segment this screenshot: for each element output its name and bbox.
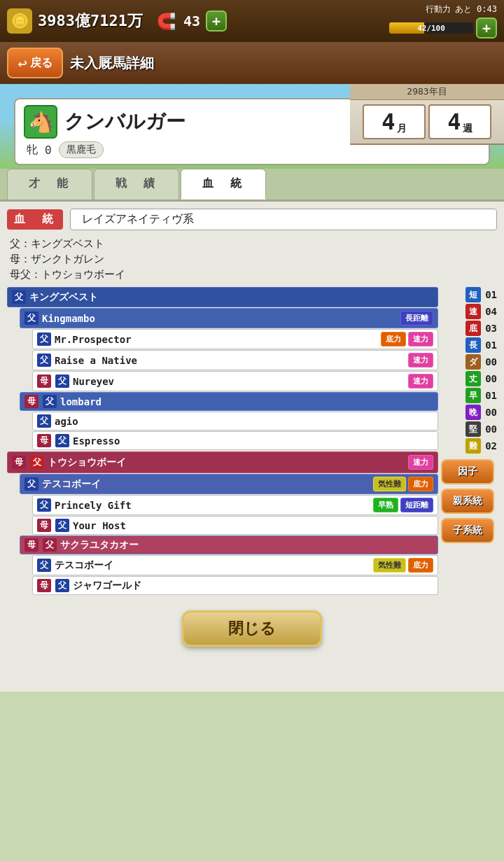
l2-mother-row: 母 父 lombard bbox=[20, 392, 438, 411]
l3-ff2-name: Raise a Native bbox=[55, 355, 406, 366]
action-timer: あと 0:43 bbox=[455, 4, 497, 15]
stat-row-difficult: 難 02 bbox=[441, 438, 497, 454]
parents-info: 父：キングズベスト 母：ザンクトガレン 母父：トウショウボーイ bbox=[7, 237, 497, 281]
l3-m2ff-tag1: 早熟 bbox=[373, 498, 398, 512]
l3-ff-row: 父 Mr.Prospector 底力 速力 bbox=[32, 329, 438, 349]
l1-mother-row: 母 父 トウショウボーイ 速力 bbox=[7, 451, 438, 473]
factor-button[interactable]: 因子 bbox=[441, 459, 494, 484]
father-section: 父 キングズベスト 父 Kingmambo 長距離 父 Mr.Prospecto… bbox=[7, 287, 438, 450]
l2-mother-name: lombard bbox=[60, 396, 433, 407]
main-content: 血 統 レイズアネイティヴ系 父：キングズベスト 母：ザンクトガレン 母父：トウ… bbox=[0, 202, 504, 692]
tabs-row: 才 能 戦 績 血 統 bbox=[0, 169, 504, 200]
stat-val-tan: 01 bbox=[483, 289, 497, 300]
money-display: 3983億7121万 bbox=[38, 10, 143, 31]
mother-father-line: 母父：トウショウボーイ bbox=[10, 268, 497, 281]
horse-gender: 牝 bbox=[27, 143, 38, 158]
l3-m2ff-name: Princely Gift bbox=[55, 500, 371, 511]
horse-icon-symbol: 🐴 bbox=[29, 111, 53, 134]
l3-mf-name: agio bbox=[55, 416, 433, 427]
l2-m2m-name: サクラユタカオー bbox=[60, 539, 433, 552]
action-section: 行動力 あと 0:43 42/100 + bbox=[389, 4, 497, 38]
stat-row-tough: 丈 00 bbox=[441, 371, 497, 386]
stat-val-speed: 04 bbox=[483, 306, 497, 317]
l3-m2fm-gen1: 母 bbox=[37, 519, 51, 532]
pedigree-stats: 短 01 速 04 底 03 長 01 ダ 00 丈 00 bbox=[441, 287, 497, 596]
close-section: 閉じる bbox=[7, 596, 497, 654]
l2-m2f-tag2: 底力 bbox=[408, 477, 433, 491]
l3-mm-name: Espresso bbox=[73, 435, 433, 447]
stat-val-tough: 00 bbox=[483, 373, 497, 384]
l1-mother-gen1: 母 bbox=[12, 456, 26, 469]
stat-label-long: 長 bbox=[465, 337, 481, 353]
l3-mm-row: 母 父 Espresso bbox=[32, 431, 438, 450]
coin-icon: 🪙 bbox=[7, 8, 32, 34]
back-button[interactable]: ↩ 戻る bbox=[7, 48, 63, 78]
l2-m2m-gen1: 母 bbox=[24, 538, 38, 552]
l2-mother-gen2: 父 bbox=[43, 395, 57, 408]
l2-father-name: Kingmambo bbox=[42, 313, 398, 324]
l3-m2fm-row: 母 父 Your Host bbox=[32, 516, 438, 535]
factor-buttons: 因子 親系統 子系統 bbox=[441, 459, 497, 543]
action-plus-button[interactable]: + bbox=[476, 18, 497, 38]
l1-father-gen: 父 bbox=[12, 290, 26, 304]
action-label-text: 行動力 bbox=[426, 4, 451, 15]
tab-bloodline[interactable]: 血 統 bbox=[181, 169, 266, 200]
stat-row-early: 早 01 bbox=[441, 388, 497, 403]
back-arrow-icon: ↩ bbox=[18, 55, 27, 72]
l1-mother-gen2: 父 bbox=[30, 456, 44, 469]
stat-label-bottom: 底 bbox=[465, 321, 481, 336]
top-bar: 🪙 3983億7121万 🧲 43 + 行動力 あと 0:43 42/100 + bbox=[0, 0, 504, 42]
pedigree-container: 父 キングズベスト 父 Kingmambo 長距離 父 Mr.Prospecto… bbox=[7, 287, 497, 596]
l1-mother-name: トウショウボーイ bbox=[48, 456, 406, 469]
l3-ff2-gen: 父 bbox=[37, 354, 51, 367]
calendar-cells: 4 月 4 週 bbox=[357, 100, 497, 144]
l3-m2mm-gen1: 母 bbox=[37, 579, 51, 592]
l1-father-row: 父 キングズベスト bbox=[7, 287, 438, 307]
l2-mother2-mother-row: 母 父 サクラユタカオー bbox=[20, 536, 438, 554]
l2-m2f-tag1: 気性難 bbox=[373, 477, 406, 491]
horseshoe-plus-button[interactable]: + bbox=[206, 10, 227, 31]
l3-ff2-tag: 速力 bbox=[408, 353, 433, 368]
calendar-month-cell: 4 月 bbox=[363, 104, 426, 139]
parent-lineage-button[interactable]: 親系統 bbox=[441, 489, 494, 514]
stat-label-speed: 速 bbox=[465, 304, 481, 319]
l3-m2mm-row: 母 父 ジャワゴールド bbox=[32, 576, 438, 595]
stat-val-early: 01 bbox=[483, 390, 497, 401]
l3-fm-name: Nureyev bbox=[73, 376, 406, 387]
l2-m2f-name: テスコボーイ bbox=[42, 478, 371, 491]
l3-ff-name: Mr.Prospector bbox=[55, 334, 379, 345]
close-button[interactable]: 閉じる bbox=[182, 610, 322, 647]
horse-color: 黒鹿毛 bbox=[59, 141, 104, 158]
l3-ff-tag2: 速力 bbox=[408, 332, 433, 346]
l3-mf-row: 父 agio bbox=[32, 412, 438, 430]
stat-label-tough2: 堅 bbox=[465, 421, 481, 437]
l3-mm-gen2: 父 bbox=[55, 434, 69, 447]
stat-row-tough2: 堅 00 bbox=[441, 421, 497, 437]
calendar-week: 4 bbox=[447, 108, 461, 135]
tab-record[interactable]: 戦 績 bbox=[94, 169, 179, 200]
calendar-week-cell: 4 週 bbox=[428, 104, 491, 139]
father-line: 父：キングズベスト bbox=[10, 237, 497, 251]
stat-row-bottom: 底 03 bbox=[441, 321, 497, 336]
stat-label-difficult: 難 bbox=[465, 438, 481, 454]
horse-age: 0 bbox=[45, 144, 52, 157]
l3-fm-gen1: 母 bbox=[37, 374, 51, 388]
child-lineage-button[interactable]: 子系統 bbox=[441, 518, 494, 543]
calendar-year: 2983年目 bbox=[350, 84, 504, 100]
l2-father-gen: 父 bbox=[24, 312, 38, 325]
mother-section: 母 父 トウショウボーイ 速力 父 テスコボーイ 気性難 底力 父 Prince… bbox=[7, 451, 438, 595]
stat-label-tough: 丈 bbox=[465, 371, 481, 386]
l2-father-tag: 長距離 bbox=[400, 311, 433, 326]
l3-mf-gen: 父 bbox=[37, 414, 51, 428]
l2-father-row: 父 Kingmambo 長距離 bbox=[20, 308, 438, 328]
l1-father-name: キングズベスト bbox=[29, 291, 433, 304]
horse-icon: 🐴 bbox=[24, 105, 57, 139]
stat-row-late: 晩 00 bbox=[441, 405, 497, 420]
l2-mother-gen1: 母 bbox=[24, 395, 38, 408]
calendar-week-unit: 週 bbox=[463, 122, 472, 135]
mother-line: 母：ザンクトガレン bbox=[10, 253, 497, 266]
tab-ability[interactable]: 才 能 bbox=[7, 169, 92, 200]
l3-ff-gen: 父 bbox=[37, 332, 51, 346]
page-title: 未入厩馬詳細 bbox=[70, 54, 154, 73]
l2-m2m-gen2: 父 bbox=[43, 538, 57, 552]
